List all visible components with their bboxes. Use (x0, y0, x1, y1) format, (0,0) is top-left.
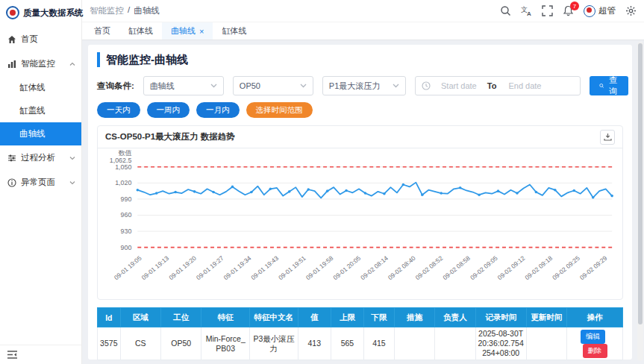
sidebar-item-crankshaft[interactable]: 曲轴线 (0, 122, 81, 145)
station-select[interactable]: OP50 (233, 76, 313, 95)
app-logo-icon (6, 6, 19, 19)
user-menu[interactable]: 超管 (584, 5, 616, 17)
data-point[interactable] (383, 192, 386, 195)
search-icon (599, 82, 604, 90)
cell-measure (394, 327, 434, 360)
collapse-sidebar-icon[interactable] (7, 351, 17, 359)
y-tick-label: 1,050 (115, 163, 131, 171)
data-point[interactable] (516, 192, 519, 195)
tab-home[interactable]: 首页 (85, 22, 119, 40)
scrollbar-thumb[interactable] (638, 43, 643, 324)
range-week-button[interactable]: 一周内 (147, 102, 190, 118)
x-tick-label: 09-02 09:29 (578, 254, 609, 282)
sidebar-item-cylinder-block[interactable]: 缸体线 (0, 76, 81, 99)
data-table: Id 区域 工位 特征 特征中文名 值 上限 下限 措施 负责人 记录时间 更新… (97, 307, 623, 360)
data-point[interactable] (345, 189, 348, 192)
cell-owner (435, 327, 475, 360)
col-header[interactable]: Id (98, 308, 121, 327)
data-point[interactable] (497, 189, 500, 192)
tab-crankshaft-active[interactable]: 曲轴线 × (162, 22, 213, 40)
translate-icon[interactable]: 文A (521, 5, 532, 16)
col-header[interactable]: 措施 (394, 308, 434, 327)
data-point[interactable] (459, 186, 462, 189)
data-point[interactable] (307, 188, 310, 191)
line-chart[interactable]: 数值9009309609901,0201,0501,062.509-01 19:… (98, 148, 622, 299)
col-header[interactable]: 上限 (331, 308, 363, 327)
settings-gear-icon[interactable] (625, 5, 637, 16)
sidebar-item-cylinder-head[interactable]: 缸盖线 (0, 99, 81, 122)
delete-button[interactable]: 删除 (583, 344, 607, 358)
x-tick-label: 09-01 19:13 (140, 254, 171, 282)
fullscreen-icon[interactable] (542, 5, 553, 16)
data-point[interactable] (155, 192, 158, 195)
col-header[interactable]: 更新时间 (526, 308, 566, 327)
data-point[interactable] (174, 191, 177, 194)
x-tick-label: 09-01 19:27 (195, 254, 225, 282)
data-point[interactable] (137, 189, 140, 192)
cell-record-time: 2025-08-30T20:36:02.754254+08:00 (475, 327, 526, 360)
breadcrumb-parent[interactable]: 智能监控 (90, 5, 124, 16)
quick-range-bar: 一天内 一周内 一月内 选择时间范围 (97, 102, 623, 118)
x-tick-label: 09-02 08:58 (441, 254, 472, 282)
tab-cylinder-block-2[interactable]: 缸体线 (213, 22, 255, 40)
sidebar-item-monitor[interactable]: 智能监控 (0, 51, 81, 76)
range-custom-button[interactable]: 选择时间范围 (246, 102, 313, 118)
line-select[interactable]: 曲轴线 (143, 76, 224, 95)
data-point[interactable] (535, 191, 538, 194)
range-day-button[interactable]: 一天内 (97, 102, 140, 118)
data-point[interactable] (326, 189, 329, 192)
data-point[interactable] (231, 186, 234, 189)
data-point[interactable] (592, 196, 595, 199)
tab-label: 缸体线 (222, 25, 246, 37)
tabbar-chevron-down-icon[interactable] (637, 28, 644, 34)
col-header[interactable]: 值 (298, 308, 331, 327)
edit-button[interactable]: 编辑 (581, 330, 605, 344)
data-point[interactable] (288, 190, 291, 193)
page-scrollbar[interactable] (637, 42, 643, 361)
table-header-row: Id 区域 工位 特征 特征中文名 值 上限 下限 措施 负责人 记录时间 更新… (98, 308, 623, 327)
breadcrumb-current: 曲轴线 (134, 5, 160, 16)
data-point[interactable] (440, 192, 443, 195)
col-header[interactable]: 区域 (120, 308, 160, 327)
data-point[interactable] (193, 190, 196, 193)
x-tick-label: 09-01 20:05 (331, 254, 362, 282)
col-header[interactable]: 工位 (161, 308, 201, 327)
data-point[interactable] (478, 193, 481, 196)
sidebar-item-process[interactable]: 过程分析 (0, 145, 81, 170)
search-icon[interactable] (500, 5, 511, 16)
feature-select[interactable]: P1最大滚压力 (322, 76, 406, 95)
sidebar-item-exception[interactable]: 异常页面 (0, 170, 81, 195)
data-point[interactable] (421, 193, 424, 196)
data-point[interactable] (250, 191, 253, 194)
date-range-picker[interactable]: To (415, 76, 581, 95)
notification-bell[interactable]: 7 (563, 5, 574, 16)
chevron-down-icon (300, 84, 307, 88)
svg-text:A: A (527, 10, 531, 16)
data-point[interactable] (212, 191, 215, 194)
chevron-down-icon (210, 84, 217, 88)
data-point[interactable] (269, 187, 272, 190)
range-month-button[interactable]: 一月内 (196, 102, 240, 118)
col-header[interactable]: 记录时间 (475, 308, 526, 327)
sidebar-item-home[interactable]: 首页 (0, 27, 81, 51)
col-header[interactable]: 操作 (567, 308, 623, 327)
start-date-input[interactable] (434, 81, 484, 90)
data-point[interactable] (572, 189, 575, 192)
col-header[interactable]: 特征 (201, 308, 250, 327)
search-button[interactable]: 查询 (590, 76, 628, 95)
data-point[interactable] (554, 189, 557, 192)
data-point[interactable] (610, 195, 613, 198)
col-header[interactable]: 下限 (364, 308, 395, 327)
col-header[interactable]: 负责人 (435, 308, 475, 327)
x-tick-label: 09-01 19:51 (277, 254, 307, 282)
close-tab-icon[interactable]: × (199, 27, 204, 36)
y-tick-label: 930 (121, 228, 132, 235)
end-date-input[interactable] (499, 81, 550, 90)
data-point[interactable] (364, 192, 367, 195)
chart-export-button[interactable] (600, 130, 615, 145)
data-point[interactable] (402, 183, 405, 186)
tab-cylinder-block[interactable]: 缸体线 (119, 22, 162, 40)
feature-select-value: P1最大滚压力 (329, 81, 380, 92)
search-button-label: 查询 (607, 75, 618, 97)
col-header[interactable]: 特征中文名 (250, 308, 298, 327)
